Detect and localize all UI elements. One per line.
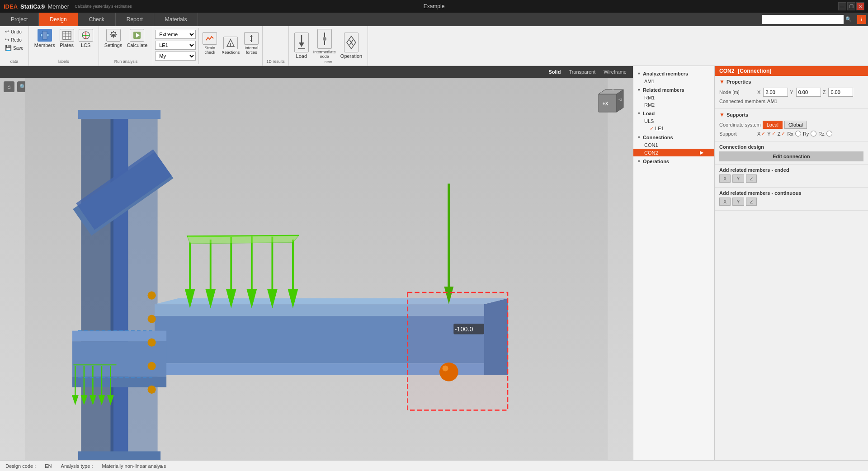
tab-check[interactable]: Check [78,13,116,26]
supports-collapse-icon: ▼ [719,112,725,118]
calculate-btn[interactable]: Calculate [125,28,149,49]
le1-dropdown[interactable]: LE1 [155,41,196,50]
y-coord-label: Y [790,89,793,95]
svg-point-42 [147,291,156,299]
operations-arrow: ▼ [637,159,641,164]
supports-header[interactable]: ▼ Supports [719,112,863,118]
tree-item-am1[interactable]: AM1 [633,78,714,85]
new-label: new [325,60,332,65]
add-ended-axes: X Y Z [719,174,863,183]
settings-btn[interactable]: Settings [103,28,124,49]
tree-item-le1[interactable]: ✓ LE1 [633,125,714,132]
tree-item-rm2[interactable]: RM2 [633,101,714,108]
close-btn[interactable]: ✕ [856,2,864,10]
strain-check-btn[interactable]: Straincheck [201,31,219,56]
plates-btn[interactable]: Plates [58,28,76,49]
internal-forces-btn[interactable]: Internalforces [242,31,260,56]
svg-text:+Z: +Z [618,98,623,101]
tree-section-operations: ▼ Operations [633,157,714,165]
support-ry: Ry [803,131,816,137]
plates-label: Plates [60,42,74,48]
x-check-icon[interactable]: ✓ [761,131,765,137]
tab-report[interactable]: Report [116,13,154,26]
reactions-icon [223,37,238,49]
tree-item-con2[interactable]: CON2 ▶ [633,149,714,156]
ribbon-group-labels: Members Plates LCS labels [29,26,99,66]
node-z-input[interactable] [828,88,853,97]
local-btn[interactable]: Local [763,121,783,129]
settings-label: Settings [104,42,123,48]
related-members-header[interactable]: ▼ Related members [633,86,714,94]
properties-collapse-icon: ▼ [719,79,725,85]
support-y: Y ✓ [767,131,775,137]
load-btn[interactable]: Load [292,32,311,60]
transparent-mode-btn[interactable]: Transparent [566,68,598,75]
ribbon-labels-buttons: Members Plates LCS [33,28,95,49]
undo-label: Undo [11,29,22,34]
y-check-icon[interactable]: ✓ [772,131,776,137]
connected-members-value: AM1 [767,99,778,104]
my-dropdown[interactable]: My [155,52,196,61]
intermediate-node-btn[interactable]: Intermediatenode [311,28,338,60]
z-label: Z [778,131,781,137]
load-header[interactable]: ▼ Load [633,109,714,118]
search-btn[interactable]: 🔍 [844,15,854,24]
logo-area: IDEA StatiCa® Member Calculate yesterday… [4,3,132,10]
add-ended-x-btn[interactable]: X [719,174,731,183]
solid-mode-btn[interactable]: Solid [546,68,563,75]
canvas-area[interactable]: ⌂ 🔍 🔎 ✛ ↺ ⛶ 💬 [0,78,633,460]
redo-btn[interactable]: ↪ Redo [4,36,25,43]
tree-item-rm1[interactable]: RM1 [633,94,714,101]
tree-item-uls[interactable]: ULS [633,118,714,125]
title-bar: IDEA StatiCa® Member Calculate yesterday… [0,0,868,13]
product-name: Member [47,3,69,10]
add-ended-y-btn[interactable]: Y [732,174,744,183]
maximize-btn[interactable]: ❐ [847,2,855,10]
reactions-btn[interactable]: Reactions [220,36,241,56]
minimize-btn[interactable]: — [838,2,846,10]
members-btn[interactable]: Members [33,28,57,49]
save-btn[interactable]: 💾 Save [4,44,25,52]
z-check-icon[interactable]: ✓ [781,131,785,137]
node-y-input[interactable] [796,88,821,97]
undo-btn[interactable]: ↩ Undo [4,28,25,35]
orientation-cube[interactable]: +X +Z +Y [590,85,626,121]
svg-text:+Y: +Y [610,89,614,92]
add-ended-z-btn[interactable]: Z [746,174,757,183]
properties-header[interactable]: ▼ Properties [719,79,863,85]
operations-header[interactable]: ▼ Operations [633,157,714,165]
tab-project[interactable]: Project [0,13,39,26]
add-continuous-z-btn[interactable]: Z [746,198,757,206]
tab-design[interactable]: Design [39,13,78,26]
search-input[interactable] [762,15,844,24]
right-panel: CON2 [Connection] ▼ Properties Node [m] … [714,66,868,460]
mna-label: mna [155,465,163,470]
main-area: Solid Transparent Wireframe ⌂ 🔍 🔎 ✛ ↺ ⛶ … [0,66,868,460]
operation-icon [344,33,359,52]
tab-materials[interactable]: Materials [154,13,198,26]
analyzed-members-header[interactable]: ▼ Analyzed members [633,70,714,78]
tree-item-con1[interactable]: CON1 [633,141,714,149]
rx-radio[interactable] [795,131,801,137]
data-group-label: data [10,59,19,65]
add-continuous-x-btn[interactable]: X [719,198,731,206]
svg-marker-19 [299,42,304,47]
add-continuous-y-btn[interactable]: Y [732,198,744,206]
ry-radio[interactable] [811,131,816,137]
intermediate-node-label: Intermediatenode [313,50,336,59]
node-x-input[interactable] [763,88,788,97]
lcs-btn[interactable]: LCS [77,28,95,49]
wireframe-mode-btn[interactable]: Wireframe [601,68,629,75]
ribbon-group-data: ↩ Undo ↪ Redo 💾 Save data [0,26,29,66]
operation-btn[interactable]: Operation [339,32,364,60]
extreme-dropdown[interactable]: Extreme [155,30,196,39]
svg-point-74 [443,365,448,371]
edit-connection-btn[interactable]: Edit connection [719,151,863,161]
global-btn[interactable]: Global [784,121,807,129]
info-btn[interactable]: i [857,15,866,24]
tagline: Calculate yesterday's estimates [75,4,132,9]
connections-header[interactable]: ▼ Connections [633,133,714,141]
rz-label: Rz [818,131,824,137]
rz-radio[interactable] [826,131,832,137]
members-label: Members [34,42,55,48]
